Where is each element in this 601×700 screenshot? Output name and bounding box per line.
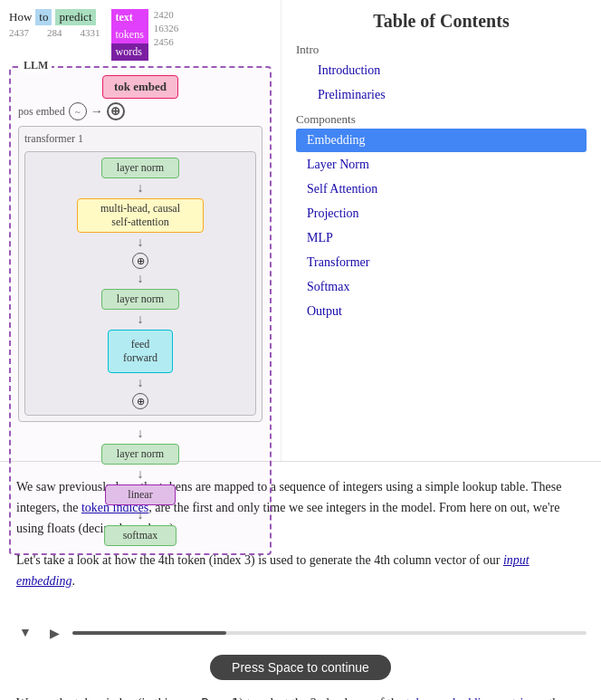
para2: Let's take a look at how the 4th token (… (16, 550, 585, 591)
controls-row: ▼ ▶ (0, 617, 601, 649)
num-how: 2437 (9, 27, 29, 38)
plus-circle-3: ⊕ (132, 393, 148, 409)
transformer-label: transformer 1 (24, 132, 256, 146)
num1: 2420 (154, 9, 179, 20)
toc-item-self-attention[interactable]: Self Attention (296, 177, 587, 201)
para2-before: Let's take a look at how the 4th token (… (16, 553, 503, 567)
arrow-down-5: ↓ (138, 377, 144, 389)
token-words-label: words (111, 43, 148, 61)
toc-item-layer-norm[interactable]: Layer Norm (296, 153, 587, 177)
para3-before: We use the token index (in this case (16, 696, 201, 700)
num-to: 284 (47, 27, 62, 38)
linear-box: linear (105, 484, 175, 505)
self-attn-line2: self-attention (85, 216, 196, 229)
para2-after: . (72, 574, 75, 588)
pos-embed-label: pos embed (18, 105, 65, 119)
press-space-container: Press Space to continue (0, 649, 601, 686)
play-button[interactable]: ▶ (43, 622, 65, 644)
progress-bar-fill (72, 631, 226, 635)
transformer-block: transformer 1 layer norm ↓ multi-head, c… (18, 126, 262, 422)
llm-container: LLM tok embed pos embed ~ → ⊕ transforme… (9, 66, 272, 555)
arrow-down-4: ↓ (138, 313, 144, 326)
text-section-2: We use the token index (in this case B =… (0, 686, 601, 700)
llm-label: LLM (20, 59, 52, 72)
para3: We use the token index (in this case B =… (16, 693, 585, 700)
num2: 16326 (154, 23, 179, 34)
toc-item-mlp[interactable]: MLP (296, 226, 587, 250)
toc-title: Table of Contents (296, 11, 587, 32)
arrow-down-6: ↓ (138, 427, 144, 440)
word-how: How (9, 10, 32, 24)
toc-item-transformer[interactable]: Transformer (296, 251, 587, 274)
arrow-down-7: ↓ (138, 468, 144, 481)
arrow-down-8: ↓ (138, 509, 144, 522)
arrow-right: → (91, 104, 103, 119)
layer-norm-3: layer norm (101, 444, 179, 465)
diagram-panel: How to predict 2437 284 4331 text tokens… (0, 0, 281, 461)
layer-norm-2: layer norm (101, 289, 179, 310)
word-predict: predict (55, 9, 95, 25)
progress-bar-container[interactable] (72, 631, 587, 635)
para3-mono: B = 1 (201, 695, 239, 700)
num3: 2456 (154, 36, 179, 47)
para3-link[interactable]: token embedding matrix (406, 696, 530, 700)
token-tokens-label: tokens (111, 26, 148, 43)
toc-panel: Table of Contents Intro Introduction Pre… (281, 0, 601, 461)
arrow-down-1: ↓ (138, 182, 144, 195)
forward-label: forward (123, 351, 157, 365)
arrow-down-3: ↓ (138, 273, 144, 285)
toc-item-output[interactable]: Output (296, 300, 587, 323)
pos-embed-row: pos embed ~ → ⊕ (18, 102, 262, 120)
feed-forward-box: feed forward (108, 330, 173, 373)
plus-circle: ⊕ (107, 102, 125, 120)
tok-embed-box: tok embed (102, 75, 178, 99)
toc-intro-header: Intro (296, 43, 587, 57)
arrow-down-2: ↓ (138, 236, 144, 249)
layer-norm-1: layer norm (101, 158, 179, 178)
para3-after: ) to select the 2nd column of the (239, 696, 405, 700)
toc-item-embedding[interactable]: Embedding (296, 129, 587, 152)
num-predict: 4331 (81, 27, 100, 38)
toc-item-projection[interactable]: Projection (296, 202, 587, 225)
inner-transformer: layer norm ↓ multi-head, causal self-att… (24, 151, 256, 416)
toc-item-softmax[interactable]: Softmax (296, 275, 587, 299)
feed-label: feed (123, 338, 157, 351)
prev-button[interactable]: ▼ (14, 622, 36, 644)
word-to: to (35, 9, 52, 25)
press-space-button[interactable]: Press Space to continue (210, 655, 391, 680)
toc-components-header: Components (296, 112, 587, 127)
circle-sym: ~ (69, 102, 87, 120)
self-attn-box: multi-head, causal self-attention (77, 198, 204, 233)
plus-circle-2: ⊕ (132, 253, 148, 269)
toc-item-introduction[interactable]: Introduction (296, 59, 587, 82)
toc-item-preliminaries[interactable]: Preliminaries (296, 83, 587, 107)
softmax-box: softmax (104, 525, 177, 546)
self-attn-line1: multi-head, causal (85, 202, 196, 216)
token-text-label: text (111, 9, 148, 26)
